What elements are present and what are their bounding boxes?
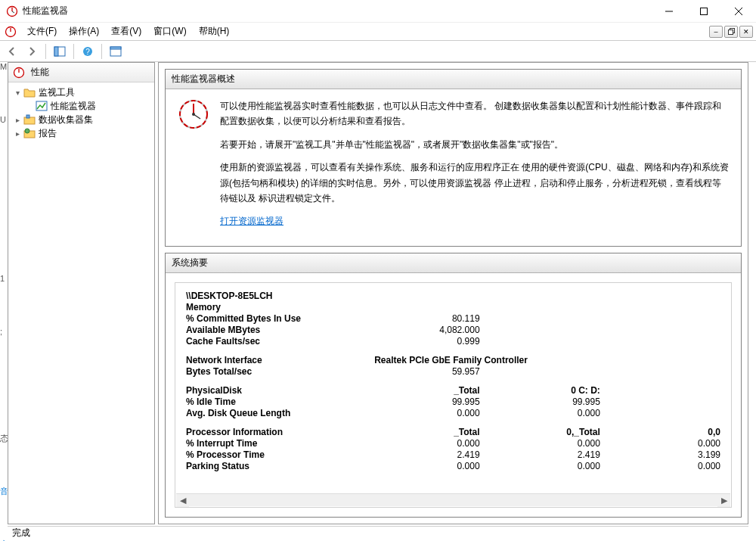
row-value: 99.995 (374, 396, 479, 408)
show-hide-tree-button[interactable] (51, 43, 69, 60)
chart-icon (36, 100, 48, 112)
row-value: 3.199 (600, 449, 720, 461)
row-value: 0.999 (374, 336, 479, 347)
perfmon-icon (13, 67, 25, 79)
row-value: 0.000 (374, 438, 479, 449)
overview-panel: 性能监视器概述 可以使用性能监视器实时查看性能数据，也可以从日志文件中查看。 创… (165, 69, 742, 247)
section-processor: Processor Information (186, 427, 374, 438)
tree: ▾ 监视工具 性能监视器 ▸ 数据收集器集 ▸ 报告 (8, 82, 154, 143)
row-value: 0.000 (480, 438, 600, 449)
statusbar: 完成 (8, 526, 748, 539)
row-value: 2.419 (480, 449, 600, 461)
content-pane: 性能监视器概述 可以使用性能监视器实时查看性能数据，也可以从日志文件中查看。 创… (158, 62, 748, 524)
overview-p1: 可以使用性能监视器实时查看性能数据，也可以从日志文件中查看。 创建数据收集器集以… (220, 98, 729, 129)
toolbar-separator (73, 44, 74, 59)
properties-button[interactable] (107, 43, 125, 60)
section-disk: PhysicalDisk (186, 385, 374, 396)
host-name: \\DESKTOP-8E5LCH (186, 291, 720, 302)
row-value: 59.957 (374, 366, 479, 378)
svg-rect-10 (110, 47, 121, 49)
row-label: % Idle Time (186, 396, 374, 408)
tree-root-header[interactable]: 性能 (8, 63, 154, 82)
proc-col0: _Total (374, 427, 479, 438)
menu-view[interactable]: 查看(V) (105, 23, 147, 40)
row-value: 0.000 (374, 408, 479, 419)
tree-label: 数据收集器集 (39, 113, 93, 126)
row-value: 0.000 (480, 408, 600, 419)
maximize-button[interactable] (686, 0, 721, 23)
statusbar-text: 完成 (12, 527, 30, 539)
row-value: 4,082.000 (374, 325, 479, 336)
network-col-header: Realtek PCIe GbE Family Controller (374, 355, 720, 366)
menu-file[interactable]: 文件(F) (21, 23, 63, 40)
menu-help[interactable]: 帮助(H) (193, 23, 236, 40)
row-value: 0.000 (480, 461, 600, 472)
row-label: % Committed Bytes In Use (186, 313, 374, 325)
menubar: 文件(F) 操作(A) 查看(V) 窗口(W) 帮助(H) – ✕ (0, 23, 756, 41)
row-value: 0.000 (600, 461, 720, 472)
overview-p2: 若要开始，请展开"监视工具"并单击"性能监视器"，或者展开"数据收集器集"或"报… (220, 137, 729, 152)
folder-icon (23, 86, 36, 98)
summary-header: 系统摘要 (166, 253, 741, 273)
back-button[interactable] (3, 43, 21, 60)
tree-pane: 性能 ▾ 监视工具 性能监视器 ▸ 数据收集器集 ▸ 报告 (8, 62, 155, 524)
scroll-left-button[interactable]: ◀ (176, 494, 189, 507)
disk-col0: _Total (374, 385, 479, 396)
row-label: Available MBytes (186, 325, 374, 336)
row-label: % Processor Time (186, 449, 374, 461)
proc-col2: 0,0 (600, 427, 720, 438)
tree-node-reports[interactable]: ▸ 报告 (10, 126, 153, 140)
perfmon-icon (6, 5, 18, 17)
tree-root-label: 性能 (31, 66, 49, 79)
titlebar: 性能监视器 (0, 0, 756, 23)
mdi-close-button[interactable]: ✕ (739, 26, 753, 38)
svg-rect-1 (701, 8, 708, 14)
collapse-icon[interactable]: ▾ (13, 88, 22, 97)
open-resource-monitor-link[interactable]: 打开资源监视器 (220, 216, 284, 226)
section-memory: Memory (186, 302, 374, 313)
tree-node-perf-monitor[interactable]: 性能监视器 (10, 99, 153, 113)
summary-body: \\DESKTOP-8E5LCH Memory % Committed Byte… (175, 282, 732, 508)
summary-panel: 系统摘要 \\DESKTOP-8E5LCH Memory % Committed… (165, 253, 742, 518)
left-window-sliver: MU1;态音音在在 (0, 62, 8, 541)
menu-action[interactable]: 操作(A) (63, 23, 105, 40)
tree-label: 报告 (39, 127, 57, 140)
mdi-minimize-button[interactable]: – (709, 26, 723, 38)
row-value: 99.995 (480, 396, 600, 408)
tree-node-data-collector[interactable]: ▸ 数据收集器集 (10, 113, 153, 126)
toolbar-separator (101, 44, 102, 59)
row-value: 80.119 (374, 313, 479, 325)
menu-window[interactable]: 窗口(W) (147, 23, 192, 40)
tree-label: 监视工具 (39, 86, 75, 99)
row-label: Bytes Total/sec (186, 366, 374, 378)
svg-rect-4 (728, 30, 733, 35)
perfmon-large-icon (178, 98, 209, 130)
forward-button[interactable] (23, 43, 41, 60)
close-button[interactable] (721, 0, 756, 23)
minimize-button[interactable] (652, 0, 686, 23)
svg-rect-6 (54, 47, 58, 56)
help-button[interactable]: ? (79, 43, 97, 60)
svg-text:?: ? (85, 48, 90, 56)
svg-point-16 (25, 129, 29, 133)
horizontal-scrollbar[interactable]: ◀ ▶ (176, 493, 730, 506)
expand-icon[interactable]: ▸ (13, 129, 22, 138)
row-label: % Interrupt Time (186, 438, 374, 449)
overview-header: 性能监视器概述 (166, 70, 741, 89)
window-title: 性能监视器 (23, 5, 652, 17)
mdi-restore-button[interactable] (724, 26, 738, 38)
disk-col1: 0 C: D: (480, 385, 600, 396)
toolbar: ? (0, 41, 756, 62)
row-value: 2.419 (374, 449, 479, 461)
overview-p3: 使用新的资源监视器，可以查看有关操作系统、服务和运行的应用程序正在 使用的硬件资… (220, 160, 729, 206)
scroll-right-button[interactable]: ▶ (717, 494, 730, 507)
tree-node-monitor-tools[interactable]: ▾ 监视工具 (10, 86, 153, 99)
overview-text: 可以使用性能监视器实时查看性能数据，也可以从日志文件中查看。 创建数据收集器集以… (220, 98, 729, 237)
row-label: Avg. Disk Queue Length (186, 408, 374, 419)
report-icon (23, 127, 36, 139)
row-label: Parking Status (186, 461, 374, 472)
section-network: Network Interface (186, 355, 374, 366)
collector-icon (23, 113, 36, 126)
expand-icon[interactable]: ▸ (13, 115, 22, 124)
toolbar-separator (45, 44, 46, 59)
